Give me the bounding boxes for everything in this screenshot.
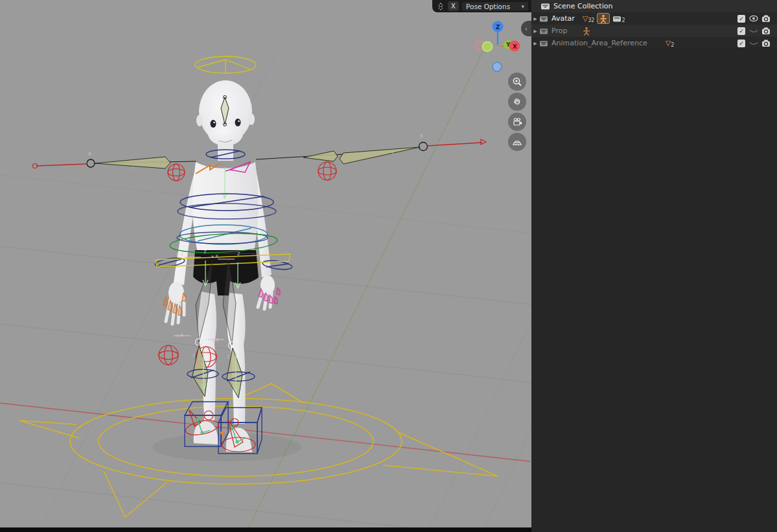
pose-options-dropdown[interactable]: Pose Options ▾ (461, 1, 529, 12)
pan-button[interactable] (508, 93, 526, 111)
camera-view-button[interactable] (508, 113, 526, 131)
expand-arrow-icon[interactable]: ▸ (531, 15, 539, 22)
svg-text:x X: x X (211, 254, 218, 259)
foot-orange-dot (220, 431, 224, 435)
svg-text:x X: x X (176, 252, 183, 257)
zoom-button[interactable] (508, 73, 526, 91)
object-label: Avatar (551, 14, 575, 23)
mirror-x-toggle[interactable]: X (448, 1, 459, 11)
eye-closed-icon[interactable] (749, 29, 758, 34)
navigation-gizmo[interactable]: Y Z X (470, 18, 531, 80)
mesh-data-icon: ▽ (666, 39, 671, 47)
camera-render-icon[interactable] (761, 40, 771, 47)
mesh-count-badge: 32 (588, 17, 594, 23)
svg-text:Z: Z (496, 24, 500, 30)
object-label: Animation_Area_Reference (551, 39, 647, 47)
gizmo-minus-y[interactable] (483, 42, 493, 52)
pose-options-label: Pose Options (466, 3, 510, 10)
object-label: Prop (551, 27, 567, 35)
selectability-checkbox[interactable]: ✓ (737, 27, 745, 35)
scene-collection-label: Scene Collection (553, 2, 612, 10)
right-panel-column: Scene Collection ▸ Avatar ▽32 (531, 0, 777, 532)
svg-text:x X: x X (212, 338, 219, 343)
collection-icon (612, 15, 621, 23)
svg-text:Z: Z (203, 249, 207, 255)
right-arm-fk-chain: X Y (256, 133, 486, 164)
svg-text:Z: Z (237, 251, 240, 257)
collection-icon (539, 27, 548, 35)
selectability-checkbox[interactable]: ✓ (737, 15, 745, 23)
armature-person-icon (599, 14, 607, 23)
armature-person-icon (583, 27, 590, 36)
mirror-butterfly-icon[interactable] (436, 2, 445, 11)
collection-icon (539, 40, 548, 47)
collection-icon (539, 15, 548, 23)
svg-text:Z: Z (227, 354, 230, 360)
camera-render-icon[interactable] (761, 15, 771, 23)
selectability-checkbox[interactable]: ✓ (737, 40, 745, 47)
viewport-scene[interactable]: X Y X Y (0, 0, 531, 532)
chevron-down-icon: ▾ (521, 3, 524, 10)
camera-render-icon[interactable] (761, 27, 771, 35)
eye-closed-icon[interactable] (749, 41, 758, 47)
armature-overlay[interactable]: X Y X Y (33, 56, 487, 454)
blender-window: X Y X Y (0, 0, 777, 532)
outliner-row-prop[interactable]: ▸ Prop ✓ (531, 25, 777, 37)
svg-text:Y: Y (131, 166, 135, 171)
left-arm-fk-chain: X Y (33, 152, 197, 171)
head-halo-control (195, 56, 256, 73)
gizmo-minus-z[interactable] (493, 62, 502, 71)
left-eye (211, 120, 216, 128)
window-edge (0, 527, 531, 532)
svg-text:X: X (420, 133, 423, 139)
perspective-toggle-button[interactable] (508, 133, 526, 151)
outliner-row-avatar[interactable]: ▸ Avatar ▽32 2 ✓ (531, 12, 777, 25)
3d-viewport[interactable]: X Y X Y (0, 0, 531, 532)
y-axis-line (246, 52, 483, 532)
grid-dome-icon (512, 137, 522, 147)
outliner: Scene Collection ▸ Avatar ▽32 (531, 0, 777, 89)
outliner-row-scene-collection[interactable]: Scene Collection (531, 0, 777, 12)
expand-arrow-icon[interactable]: ▸ (531, 27, 539, 34)
armature-active-icon-box[interactable] (597, 13, 610, 24)
viewport-header: X Pose Options ▾ (432, 0, 531, 12)
svg-text:Y: Y (391, 150, 395, 156)
mesh-count-badge: 2 (671, 42, 674, 48)
right-eye (235, 119, 241, 126)
svg-text:X: X (513, 43, 517, 50)
expand-arrow-icon[interactable]: ▸ (531, 40, 539, 47)
eye-open-icon[interactable] (749, 15, 758, 22)
hand-icon (512, 97, 522, 107)
mesh-data-icon: ▽ (583, 14, 588, 23)
movie-camera-icon (512, 117, 523, 127)
svg-text:Z: Z (192, 353, 196, 358)
outliner-row-animation-area-reference[interactable]: ▸ Animation_Area_Reference ▽ 2 ✓ (531, 37, 777, 49)
svg-text:X: X (88, 152, 91, 157)
collection-count-badge: 2 (621, 17, 625, 23)
collection-icon (540, 2, 550, 10)
viewport-nav-buttons (508, 73, 526, 151)
magnifier-plus-icon (512, 76, 522, 87)
